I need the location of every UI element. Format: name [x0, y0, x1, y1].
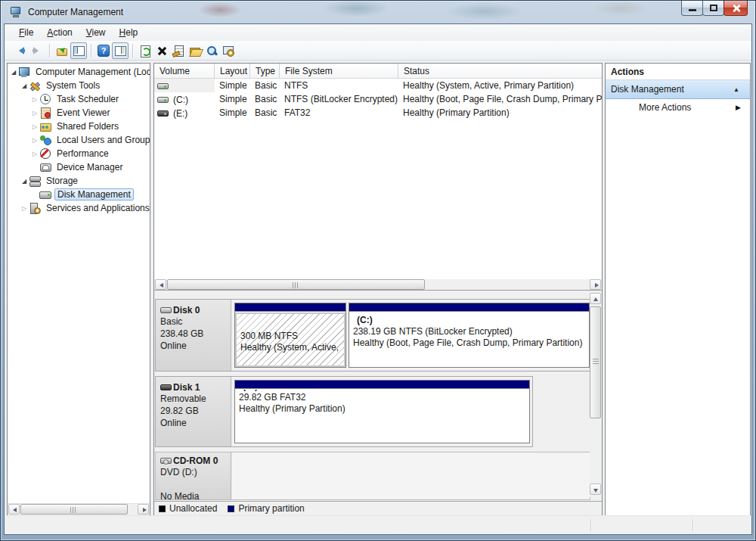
collapse-icon[interactable]: ▲: [733, 86, 739, 93]
help-button[interactable]: [95, 42, 112, 59]
performance-icon: [39, 148, 51, 160]
column-layout[interactable]: Layout: [215, 64, 250, 78]
magnifier-icon: [206, 45, 218, 57]
tree-item-event-viewer[interactable]: ▷ Event Viewer: [8, 106, 150, 120]
tree-item-shared-folders[interactable]: ▷ Shared Folders: [8, 120, 150, 133]
back-button[interactable]: [12, 42, 29, 59]
minimize-icon: [689, 9, 696, 11]
tools-icon: [29, 79, 41, 92]
volume-list: Volume Layout Type File System Status Si…: [154, 64, 602, 279]
scroll-thumb[interactable]: [590, 306, 601, 418]
scroll-down-button[interactable]: [590, 483, 601, 495]
scroll-right-button[interactable]: [590, 279, 601, 290]
storage-icon: [29, 175, 41, 187]
scroll-left-button[interactable]: [8, 504, 20, 515]
minimize-button[interactable]: [681, 1, 703, 16]
refresh-button[interactable]: [137, 42, 153, 59]
properties-button[interactable]: [170, 42, 187, 59]
tree-horizontal-scrollbar[interactable]: [8, 503, 150, 515]
delete-button[interactable]: [153, 42, 170, 59]
tree-item-performance[interactable]: ▷ Performance: [8, 147, 150, 160]
event-viewer-icon: [39, 107, 51, 119]
menu-view[interactable]: View: [79, 25, 113, 40]
cdrom0-row[interactable]: CD-ROM 0 DVD (D:) No Media: [155, 452, 590, 500]
titlebar[interactable]: Computer Management: [1, 1, 755, 23]
partition-e[interactable]: (E:) 29.82 GB FAT32 Healthy (Primary Par…: [234, 380, 530, 443]
scroll-up-button[interactable]: [590, 293, 601, 304]
tree-item-local-users-and-groups[interactable]: ▷ Local Users and Groups: [8, 133, 150, 147]
cdrom0-label[interactable]: CD-ROM 0 DVD (D:) No Media: [156, 452, 231, 499]
app-icon: [10, 6, 22, 18]
expander-icon[interactable]: ◢: [20, 178, 29, 185]
disk1-label[interactable]: Disk 1 Removable 29.82 GB Online: [156, 377, 231, 446]
maximize-icon: [710, 5, 717, 11]
expander-icon[interactable]: ◢: [9, 69, 18, 76]
tree-item-computer-management[interactable]: ◢ Computer Management (Local: [8, 65, 150, 79]
shared-folders-icon: [39, 120, 51, 132]
actions-group-disk-management[interactable]: Disk Management ▲: [606, 80, 750, 99]
removable-disk-icon: [160, 384, 172, 390]
disk0-row[interactable]: Disk 0 Basic 238.48 GB Online 300 MB NTF…: [155, 299, 590, 372]
tree-item-disk-management[interactable]: Disk Management: [8, 188, 150, 201]
volume-row-system[interactable]: Simple Basic NTFS Healthy (System, Activ…: [154, 79, 602, 92]
close-button[interactable]: [723, 1, 748, 16]
column-type[interactable]: Type: [250, 64, 280, 78]
removable-drive-icon: [157, 110, 169, 117]
tree-item-services-and-applications[interactable]: ▷ Services and Applications: [8, 201, 150, 215]
expander-icon[interactable]: ◢: [20, 82, 29, 89]
column-status[interactable]: Status: [398, 64, 602, 78]
menu-help[interactable]: Help: [113, 25, 145, 40]
properties-icon: [172, 45, 184, 57]
expander-icon[interactable]: ▷: [30, 151, 39, 157]
legend-label: Primary partition: [238, 503, 304, 514]
partition-c[interactable]: (C:) 238.19 GB NTFS (BitLocker Encrypted…: [349, 303, 590, 368]
refresh-icon: [139, 45, 151, 57]
device-manager-icon: [39, 161, 51, 173]
open-button[interactable]: [187, 42, 203, 59]
toolbar-separator: [132, 44, 133, 58]
actions-header: Actions: [606, 64, 750, 80]
graphical-vertical-scrollbar[interactable]: [590, 293, 602, 497]
forward-button[interactable]: [29, 42, 45, 59]
disk1-row[interactable]: Disk 1 Removable 29.82 GB Online (E:) 29…: [155, 376, 533, 447]
disk0-label[interactable]: Disk 0 Basic 238.48 GB Online: [156, 300, 231, 371]
expander-icon[interactable]: ▷: [30, 137, 39, 144]
expander-icon[interactable]: ▷: [30, 123, 39, 130]
disk-management-pane: Volume Layout Type File System Status Si…: [153, 63, 603, 516]
tree-item-device-manager[interactable]: Device Manager: [8, 160, 150, 174]
export-list-button[interactable]: [54, 42, 70, 59]
scroll-thumb[interactable]: [20, 504, 128, 515]
back-icon: [14, 45, 26, 57]
volume-row-e[interactable]: (E:) Simple Basic FAT32 Healthy (Primary…: [154, 106, 602, 120]
open-folder-icon: [189, 45, 201, 57]
scroll-left-button[interactable]: [155, 279, 166, 290]
remote-computer-button[interactable]: [220, 42, 237, 59]
partition-system-reserved[interactable]: 300 MB NTFS Healthy (System, Active,: [234, 303, 346, 368]
scroll-right-button[interactable]: [138, 504, 149, 515]
volume-list-horizontal-scrollbar[interactable]: [154, 279, 602, 291]
statusbar: [5, 515, 751, 534]
find-button[interactable]: [203, 42, 220, 59]
primary-partition-swatch: [228, 505, 234, 512]
console-tree-icon: [73, 45, 85, 57]
tree-item-system-tools[interactable]: ◢ System Tools: [8, 79, 150, 92]
expander-icon[interactable]: ▷: [30, 110, 39, 117]
column-file-system[interactable]: File System: [280, 64, 398, 78]
more-actions-item[interactable]: More Actions ▶: [606, 99, 750, 116]
menu-action[interactable]: Action: [40, 25, 79, 40]
volume-row-c[interactable]: (C:) Simple Basic NTFS (BitLocker Encryp…: [154, 92, 602, 106]
remote-computer-icon: [222, 45, 234, 57]
column-volume[interactable]: Volume: [154, 64, 215, 78]
show-action-pane-button[interactable]: [112, 42, 129, 59]
toolbar: [5, 41, 751, 61]
menu-file[interactable]: File: [12, 25, 40, 40]
maximize-button[interactable]: [702, 1, 724, 16]
show-console-tree-button[interactable]: [70, 42, 87, 59]
forward-icon: [31, 45, 43, 57]
tree-item-storage[interactable]: ◢ Storage: [8, 174, 150, 188]
legend-label: Unallocated: [169, 503, 217, 514]
tree-item-task-scheduler[interactable]: ▷ Task Scheduler: [8, 92, 150, 106]
expander-icon[interactable]: ▷: [20, 205, 29, 212]
scroll-thumb[interactable]: [167, 279, 425, 290]
expander-icon[interactable]: ▷: [30, 96, 39, 103]
